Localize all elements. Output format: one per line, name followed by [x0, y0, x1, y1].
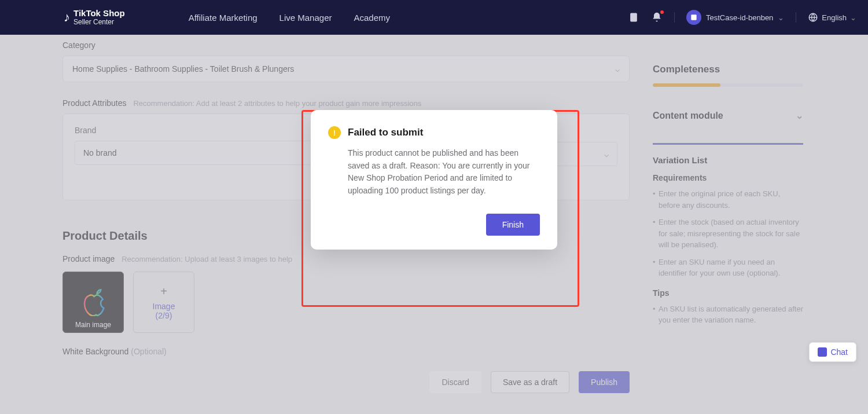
user-name: TestCase-id-benben	[706, 13, 773, 22]
error-modal: ! Failed to submit This product cannot b…	[311, 110, 557, 250]
bell-icon[interactable]	[651, 12, 663, 23]
chat-button[interactable]: Chat	[809, 342, 856, 362]
notification-dot	[660, 10, 664, 14]
brand-logo[interactable]: ♪ TikTok Shop Seller Center	[64, 9, 125, 26]
modal-overlay: ! Failed to submit This product cannot b…	[0, 35, 868, 414]
nav-academy[interactable]: Academy	[354, 13, 390, 23]
chevron-down-icon: ⌄	[850, 13, 856, 22]
brand-line2: Seller Center	[73, 19, 125, 26]
modal-body: This product cannot be published and has…	[328, 147, 540, 197]
avatar	[686, 10, 701, 25]
divider	[796, 12, 796, 23]
svg-rect-0	[630, 13, 637, 22]
svg-rect-1	[691, 14, 696, 20]
warning-icon: !	[328, 126, 341, 139]
globe-icon	[808, 12, 818, 23]
tiktok-icon: ♪	[64, 10, 70, 24]
clipboard-icon[interactable]	[628, 12, 639, 23]
chevron-down-icon: ⌄	[778, 13, 784, 22]
app-header: ♪ TikTok Shop Seller Center Affiliate Ma…	[0, 0, 868, 35]
top-nav: Affiliate Marketing Live Manager Academy	[189, 13, 390, 23]
nav-affiliate[interactable]: Affiliate Marketing	[189, 13, 258, 23]
finish-button[interactable]: Finish	[486, 214, 540, 236]
modal-title: Failed to submit	[348, 127, 423, 138]
divider	[674, 12, 675, 23]
chat-icon	[818, 347, 827, 357]
user-menu[interactable]: TestCase-id-benben ⌄	[686, 10, 784, 25]
chat-label: Chat	[830, 347, 848, 357]
language-menu[interactable]: English ⌄	[808, 12, 856, 23]
nav-live-manager[interactable]: Live Manager	[279, 13, 332, 23]
language-label: English	[822, 13, 847, 22]
brand-line1: TikTok Shop	[73, 9, 125, 19]
